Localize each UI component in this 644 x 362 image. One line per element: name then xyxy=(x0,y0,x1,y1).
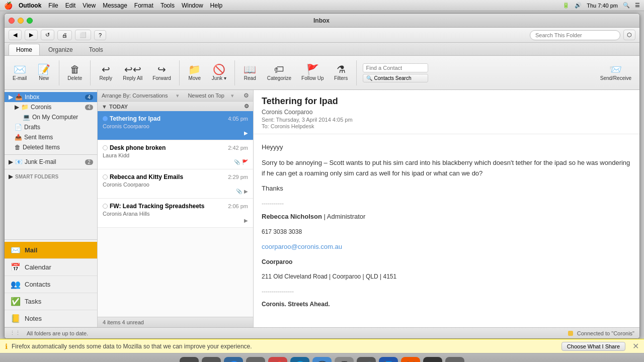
dock-icon-12[interactable]: 🖥 xyxy=(423,357,442,363)
menu-format[interactable]: Format xyxy=(134,2,153,9)
sidebar-nav-contacts[interactable]: 👥 Contacts xyxy=(5,276,97,293)
ribbon-email-button[interactable]: ✉️ E-mail xyxy=(9,62,31,83)
menu-help[interactable]: Help xyxy=(210,2,223,9)
sidebar-nav-notes[interactable]: 📒 Notes xyxy=(5,310,97,327)
choose-share-button[interactable]: Choose What I Share xyxy=(561,342,625,351)
sidebar-nav: ✉️ Mail 📅 Calendar 👥 Contacts ✅ Tasks 📒 xyxy=(5,237,97,327)
email-item-3[interactable]: FW: Lead Tracking Spreadsheets 2:06 pm C… xyxy=(98,199,253,228)
sidebar-item-drafts[interactable]: 📄 Drafts xyxy=(5,122,97,132)
email-item-0[interactable]: Tethering for Ipad 4:05 pm Coronis Coorp… xyxy=(98,111,253,140)
menu-window[interactable]: Window xyxy=(182,2,203,9)
email-item-1[interactable]: Desk phone broken 2:42 pm Laura Kidd 📎 🚩 xyxy=(98,140,253,169)
attachment-icon-2: 📎 xyxy=(236,189,242,194)
print-button[interactable]: 🖨 xyxy=(57,30,72,40)
smart-folders-triangle-icon: ▶ xyxy=(9,173,13,180)
dock-icon-3[interactable]: 🌀 xyxy=(224,357,243,363)
dock-finder-icon[interactable]: 🖥 xyxy=(180,357,199,363)
menu-message[interactable]: Message xyxy=(103,2,127,9)
minimize-button[interactable] xyxy=(18,18,24,24)
forward-label: Forward xyxy=(152,75,171,81)
expand-button[interactable]: ⬡ xyxy=(623,30,635,40)
ribbon-reply-all-button[interactable]: ↩↩ Reply All xyxy=(119,62,146,83)
extra-button[interactable]: ⬜ xyxy=(75,30,91,40)
find-contact-input[interactable] xyxy=(363,63,428,72)
menu-file[interactable]: File xyxy=(48,2,58,9)
tab-home[interactable]: Home xyxy=(9,44,40,55)
tab-tools[interactable]: Tools xyxy=(82,44,111,55)
reading-from: Coronis Coorparoo xyxy=(262,109,631,116)
ribbon-read-button[interactable]: 📖 Read xyxy=(239,62,261,83)
filter-icon[interactable]: ⚙ xyxy=(244,92,249,99)
maximize-button[interactable] xyxy=(27,18,33,24)
window-controls xyxy=(9,18,33,24)
refresh-button[interactable]: ↺ xyxy=(41,30,54,40)
dock-icon-4[interactable]: 📂 xyxy=(246,357,265,363)
ribbon-reply-button[interactable]: ↩ Reply xyxy=(95,62,117,83)
ribbon-junk-button[interactable]: 🚫 Junk ▾ xyxy=(208,62,230,83)
sidebar-nav-calendar[interactable]: 📅 Calendar xyxy=(5,259,97,276)
menu-edit[interactable]: Edit xyxy=(65,2,76,9)
ribbon-new-button[interactable]: 📝 New xyxy=(33,62,55,83)
search-input[interactable] xyxy=(530,30,620,40)
sig-email-link[interactable]: coorparoo@coronis.com.au xyxy=(262,243,342,250)
dock-icon-7[interactable]: 💬 xyxy=(312,357,332,363)
sidebar-item-inbox[interactable]: ▶ 📥 Inbox 4 xyxy=(5,92,97,102)
dock-icon-2[interactable]: ⚙ xyxy=(202,357,221,363)
notification-text: Firefox automatically sends some data to… xyxy=(12,343,252,350)
email-list-header: Arrange By: Conversations ▾ Newest on To… xyxy=(98,90,253,102)
sidebar-item-junk[interactable]: ▶ 📧 Junk E-mail 2 xyxy=(5,157,97,167)
arrange-by-button[interactable]: Arrange By: Conversations xyxy=(102,93,168,99)
notification-info-icon: ℹ xyxy=(5,342,8,350)
dock-icon-8[interactable]: 📱 xyxy=(335,357,354,363)
date-group-options[interactable]: ⚙ xyxy=(244,103,249,110)
ribbon-separator-1 xyxy=(59,60,59,85)
ribbon-categorize-button[interactable]: 🏷 Categorize xyxy=(263,62,295,83)
sidebar-item-deleted-items[interactable]: 🗑 Deleted Items xyxy=(5,142,97,152)
resize-handle-icon: ⋮⋮ xyxy=(10,330,21,336)
connected-label: Connected to "Coronis" xyxy=(577,330,634,336)
tab-organize[interactable]: Organize xyxy=(41,44,80,55)
status-indicator xyxy=(568,331,573,336)
ribbon-follow-up-button[interactable]: 🚩 Follow Up xyxy=(297,62,328,83)
reading-sent: Sent: Thursday, 3 April 2014 4:05 pm xyxy=(262,117,631,123)
help-button[interactable]: ? xyxy=(94,30,106,40)
dock-icon-5[interactable]: 📬 xyxy=(268,357,287,363)
ribbon-send-receive-button[interactable]: 📨 Send/Receive xyxy=(596,62,635,83)
dock-icon-9[interactable]: 🎵 xyxy=(357,357,376,363)
apple-icon[interactable]: 🍎 xyxy=(4,2,13,10)
sidebar-nav-tasks[interactable]: ✅ Tasks xyxy=(5,293,97,310)
menu-outlook[interactable]: Outlook xyxy=(19,2,41,9)
back-button[interactable]: ◀ xyxy=(9,30,22,40)
unread-indicator-0 xyxy=(103,116,108,121)
notification-close-button[interactable]: ✕ xyxy=(632,341,639,351)
dock-icon-6[interactable]: 🌐 xyxy=(290,357,309,363)
ribbon-filters-button[interactable]: ⚗ Filters xyxy=(330,62,352,83)
search-icon[interactable]: 🔍 xyxy=(623,2,630,9)
forward-button[interactable]: ▶ xyxy=(25,30,38,40)
sidebar-item-on-my-computer[interactable]: 💻 On My Computer xyxy=(5,112,97,122)
email-time-3: 2:06 pm xyxy=(228,203,248,209)
ribbon-forward-button[interactable]: ↪ Forward xyxy=(148,62,175,83)
dock-icon-10[interactable]: 📘 xyxy=(379,357,398,363)
dock-icon-trash[interactable]: 🗑 xyxy=(445,357,464,363)
ribbon-move-button[interactable]: 📁 Move xyxy=(184,62,206,83)
on-my-computer-label: On My Computer xyxy=(32,114,78,121)
email-list-footer: 4 items 4 unread xyxy=(98,317,253,327)
sidebar-item-coronis[interactable]: ▶ 📁 Coronis 4 xyxy=(5,102,97,112)
email-actions-1: 📎 🚩 xyxy=(103,159,248,165)
sidebar-nav-mail[interactable]: ✉️ Mail xyxy=(5,242,97,259)
menu-tools[interactable]: Tools xyxy=(160,2,175,9)
dock-icon-11[interactable]: 🦊 xyxy=(401,357,420,363)
sidebar-item-smart-folders[interactable]: ▶ SMART FOLDERS xyxy=(5,171,97,182)
ribbon-delete-button[interactable]: 🗑 Delete xyxy=(63,62,86,83)
contacts-search-button[interactable]: 🔍 Contacts Search xyxy=(363,74,428,82)
close-button[interactable] xyxy=(9,18,15,24)
contacts-search-icon: 🔍 xyxy=(366,75,372,81)
email-item-2[interactable]: Rebecca and Kitty Emails 2:29 pm Coronis… xyxy=(98,169,253,199)
menu-view[interactable]: View xyxy=(83,2,96,9)
sort-button[interactable]: Newest on Top xyxy=(188,93,224,99)
reading-to: To: Coronis Helpdesk xyxy=(262,123,631,129)
sidebar-item-sent-items[interactable]: 📤 Sent Items xyxy=(5,132,97,142)
menu-icon[interactable]: ☰ xyxy=(635,2,640,9)
email-subject-2: Rebecca and Kitty Emails xyxy=(110,173,225,180)
